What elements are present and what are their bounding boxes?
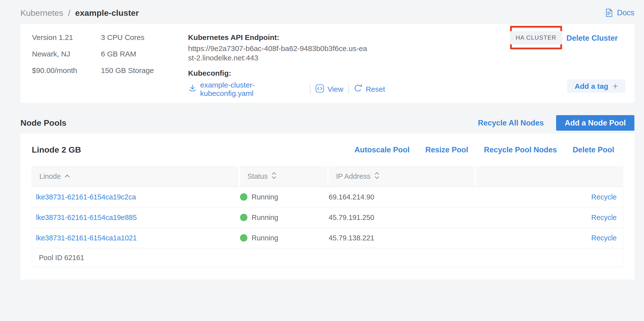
node-pools-bar: Node Pools Recycle All Nodes Add a Node … xyxy=(20,115,634,131)
sort-both-icon xyxy=(374,171,380,182)
node-status-cell: Running xyxy=(240,193,329,201)
node-name-cell: lke38731-62161-6154ca19c2ca xyxy=(32,193,240,201)
cluster-specs-column-2: 3 CPU Cores 6 GB RAM 150 GB Storage xyxy=(101,33,188,93)
add-tag-button[interactable]: Add a tag + xyxy=(567,79,625,93)
node-status-cell: Running xyxy=(240,214,329,222)
cluster-ram: 6 GB RAM xyxy=(101,50,188,66)
api-endpoint-url: https://9e2a7307-b6ac-408f-ba62-9483b0b3… xyxy=(188,44,371,63)
column-label-status: Status xyxy=(248,172,268,181)
docs-icon xyxy=(604,8,614,18)
reset-label: Reset xyxy=(366,85,385,93)
download-icon xyxy=(188,84,197,95)
column-header-ip-address[interactable]: IP Address xyxy=(329,166,474,187)
recycle-all-nodes-button[interactable]: Recycle All Nodes xyxy=(478,119,544,127)
api-endpoint-label: Kubernetes API Endpoint: xyxy=(188,33,385,42)
recycle-node-button[interactable]: Recycle xyxy=(591,234,617,242)
node-pool-card: Linode 2 GB Autoscale Pool Resize Pool R… xyxy=(20,134,634,280)
recycle-pool-nodes-button[interactable]: Recycle Pool Nodes xyxy=(484,145,557,154)
nodes-table: Linode Status xyxy=(32,166,623,267)
ha-cluster-badge: HA CLUSTER xyxy=(510,31,562,44)
node-name-cell: lke38731-62161-6154ca19e885 xyxy=(32,214,240,222)
breadcrumb-kubernetes[interactable]: Kubernetes xyxy=(20,8,63,18)
kubeconfig-filename: example-cluster-kubeconfig.yaml xyxy=(200,81,305,98)
breadcrumb-current-cluster: example-cluster xyxy=(75,8,139,18)
plus-icon: + xyxy=(613,82,618,91)
node-pools-title: Node Pools xyxy=(20,118,66,128)
status-running-dot xyxy=(240,234,248,242)
kubeconfig-download-link[interactable]: example-cluster-kubeconfig.yaml xyxy=(188,81,305,98)
autoscale-pool-button[interactable]: Autoscale Pool xyxy=(354,145,410,154)
node-status-cell: Running xyxy=(240,234,329,242)
column-header-linode[interactable]: Linode xyxy=(32,166,238,187)
node-ip-cell: 69.164.214.90 xyxy=(329,193,476,201)
cluster-specs-column-1: Version 1.21 Newark, NJ $90.00/month xyxy=(32,33,101,93)
docs-link[interactable]: Docs xyxy=(604,8,634,18)
table-row: lke38731-62161-6154ca1a1021 Running 45.7… xyxy=(32,228,623,248)
table-row: lke38731-62161-6154ca19c2ca Running 69.1… xyxy=(32,187,623,207)
code-icon xyxy=(315,84,324,95)
status-running-dot xyxy=(240,214,248,221)
kubernetes-cluster-page: Kubernetes / example-cluster Docs Versio… xyxy=(0,0,644,321)
pool-header: Linode 2 GB Autoscale Pool Resize Pool R… xyxy=(32,134,623,166)
delete-cluster-button[interactable]: Delete Cluster xyxy=(566,34,618,43)
node-actions-cell: Recycle xyxy=(476,214,623,222)
status-label: Running xyxy=(252,214,278,222)
node-actions-cell: Recycle xyxy=(476,234,623,242)
delete-pool-button[interactable]: Delete Pool xyxy=(572,145,614,154)
recycle-node-button[interactable]: Recycle xyxy=(591,214,617,221)
sort-both-icon xyxy=(271,171,277,182)
pool-id-footer: Pool ID 62161 xyxy=(32,248,623,267)
pool-id-label: Pool ID 62161 xyxy=(39,254,84,262)
column-header-status[interactable]: Status xyxy=(240,166,327,187)
topbar: Kubernetes / example-cluster Docs xyxy=(20,8,634,18)
sort-ascending-icon xyxy=(64,171,70,179)
column-label-ip-address: IP Address xyxy=(336,172,370,181)
node-ip-cell: 45.79.138.221 xyxy=(329,234,476,242)
cluster-cpu: 3 CPU Cores xyxy=(101,33,188,50)
breadcrumb: Kubernetes / example-cluster xyxy=(20,8,139,18)
view-label: View xyxy=(328,85,343,93)
divider xyxy=(310,85,310,94)
reset-kubeconfig-link[interactable]: Reset xyxy=(354,84,385,95)
node-link[interactable]: lke38731-62161-6154ca1a1021 xyxy=(36,234,137,242)
node-link[interactable]: lke38731-62161-6154ca19e885 xyxy=(36,214,137,221)
node-ip-cell: 45.79.191.250 xyxy=(329,214,476,222)
status-running-dot xyxy=(240,193,248,201)
resize-pool-button[interactable]: Resize Pool xyxy=(426,145,468,154)
kubeconfig-row: example-cluster-kubeconfig.yaml View xyxy=(188,81,385,98)
add-node-pool-button[interactable]: Add a Node Pool xyxy=(556,115,634,131)
cluster-summary-card: Version 1.21 Newark, NJ $90.00/month 3 C… xyxy=(20,24,634,103)
table-row: lke38731-62161-6154ca19e885 Running 45.7… xyxy=(32,207,623,228)
column-header-actions xyxy=(476,166,623,187)
table-header-row: Linode Status xyxy=(32,166,623,187)
breadcrumb-separator: / xyxy=(68,8,70,18)
node-pools-actions: Recycle All Nodes Add a Node Pool xyxy=(478,115,634,131)
node-link[interactable]: lke38731-62161-6154ca19c2ca xyxy=(36,193,136,201)
status-label: Running xyxy=(252,193,278,201)
divider xyxy=(348,85,349,94)
pool-actions: Autoscale Pool Resize Pool Recycle Pool … xyxy=(354,145,614,154)
pool-name: Linode 2 GB xyxy=(32,145,81,154)
view-kubeconfig-link[interactable]: View xyxy=(315,84,343,95)
docs-label: Docs xyxy=(617,8,634,17)
cluster-version: Version 1.21 xyxy=(32,33,101,50)
cluster-storage: 150 GB Storage xyxy=(101,66,188,83)
node-actions-cell: Recycle xyxy=(476,193,623,201)
kubeconfig-label: Kubeconfig: xyxy=(188,69,385,77)
cluster-region: Newark, NJ xyxy=(32,50,101,66)
add-tag-label: Add a tag xyxy=(574,82,608,90)
cluster-price: $90.00/month xyxy=(32,66,101,83)
node-name-cell: lke38731-62161-6154ca1a1021 xyxy=(32,234,240,242)
column-label-linode: Linode xyxy=(40,172,61,181)
reset-icon xyxy=(354,84,362,95)
api-endpoint-block: Kubernetes API Endpoint: https://9e2a730… xyxy=(188,33,385,93)
status-label: Running xyxy=(252,234,278,242)
recycle-node-button[interactable]: Recycle xyxy=(591,193,617,201)
annotation-highlight-box: HA CLUSTER xyxy=(510,26,562,49)
